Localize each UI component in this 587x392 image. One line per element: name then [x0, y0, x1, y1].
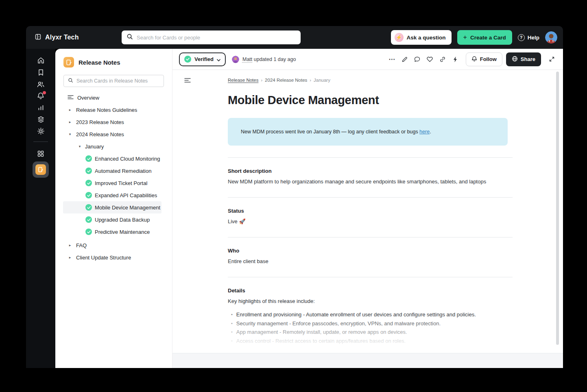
callout-here-link[interactable]: here	[419, 129, 430, 135]
sidebar-card-expanded-api-capabilities[interactable]: Expanded API Capabilities	[55, 189, 172, 201]
navigation-rail	[26, 49, 55, 368]
sidebar-folder-guidelines[interactable]: ▸ Release Notes Guidelines	[55, 104, 172, 116]
verified-check-icon	[85, 229, 92, 235]
more-options-icon[interactable]: ⋯	[387, 54, 397, 64]
bullet-icon: •	[231, 328, 233, 337]
breadcrumb-january[interactable]: January	[314, 78, 330, 83]
details-intro: Key highlights of this release include:	[228, 298, 513, 305]
sidebar-folder-2023-release-notes[interactable]: ▸ 2023 Release Notes	[55, 116, 172, 128]
help-button[interactable]: ? Help	[518, 34, 539, 41]
sidebar-item-label: Enhanced Cloud Monitoring	[95, 156, 160, 162]
sidebar-item-label: 2023 Release Notes	[76, 119, 124, 125]
verified-check-icon	[85, 204, 92, 211]
sidebar-item-label: Client Update Structure	[76, 255, 131, 261]
create-a-card-button[interactable]: + Create a Card	[457, 30, 512, 45]
brand-title: Alyxr Tech	[45, 34, 79, 41]
share-button[interactable]: Share	[506, 52, 541, 66]
sidebar-card-improved-ticket-portal[interactable]: Improved Ticket Portal	[55, 177, 172, 189]
breadcrumb-2024-release-notes[interactable]: 2024 Release Notes	[265, 78, 307, 83]
caret-right-icon: ▸	[68, 108, 72, 112]
global-search[interactable]	[122, 30, 301, 44]
breadcrumb: Release Notes › 2024 Release Notes › Jan…	[228, 70, 513, 83]
author-name-link[interactable]: Matt	[242, 57, 252, 62]
who-text: Entire client base	[228, 258, 513, 265]
bullet-icon: •	[231, 319, 233, 328]
ask-a-question-button[interactable]: ⚡ Ask a question	[391, 30, 452, 45]
expand-icon[interactable]	[547, 54, 556, 64]
section-divider	[228, 157, 513, 158]
scrollbar[interactable]	[556, 72, 559, 345]
settings-gear-icon[interactable]	[35, 125, 47, 137]
follow-button[interactable]: Follow	[466, 52, 502, 66]
sidebar-folder-client-update-structure[interactable]: ▸ Client Update Structure	[55, 251, 172, 264]
sidebar-folder-2024-release-notes[interactable]: ▾ 2024 Release Notes	[55, 128, 172, 140]
sidebar-item-label: Mobile Device Management	[95, 205, 160, 211]
caret-right-icon: ▸	[68, 243, 72, 247]
sidebar-item-label: Upgraded Data Backup	[95, 217, 150, 223]
verified-check-icon	[85, 155, 92, 162]
info-callout: New MDM process went live on January 8th…	[228, 118, 508, 146]
author-block: Matt updated 1 day ago	[232, 56, 296, 63]
layers-icon[interactable]	[35, 113, 47, 125]
user-avatar[interactable]	[545, 31, 557, 44]
chevron-down-icon	[217, 56, 220, 63]
verified-check-icon	[85, 216, 92, 223]
card-panel: Verified Matt upda	[172, 49, 563, 368]
verified-check-icon	[85, 168, 92, 174]
sidebar-item-label: FAQ	[76, 242, 87, 248]
global-search-input[interactable]	[137, 35, 296, 41]
sidebar-item-label: 2024 Release Notes	[76, 131, 124, 137]
sidebar-card-predictive-maintenance[interactable]: Predictive Maintenance	[55, 226, 172, 238]
sidebar-card-automated-remediation[interactable]: Automated Remediation	[55, 165, 172, 177]
details-label: Details	[228, 287, 513, 294]
sidebar-item-overview[interactable]: Overview	[55, 91, 172, 104]
search-icon	[127, 33, 133, 41]
favorite-heart-icon[interactable]	[425, 54, 435, 64]
sidebar-search-input[interactable]	[76, 78, 159, 84]
status-value: Live 🚀	[228, 218, 513, 225]
active-collection-release-notes[interactable]	[33, 161, 49, 178]
breadcrumb-release-notes-link[interactable]: Release Notes	[228, 78, 258, 83]
sidebar-item-label: Release Notes Guidelines	[76, 107, 137, 113]
caret-right-icon: ▸	[68, 120, 72, 124]
release-notes-collection-icon	[63, 57, 74, 68]
table-of-contents-icon[interactable]	[184, 77, 191, 85]
updated-text: updated 1 day ago	[254, 57, 296, 62]
bookmark-icon[interactable]	[35, 66, 47, 78]
collections-grid-icon[interactable]	[35, 148, 47, 159]
notification-dot	[43, 91, 46, 94]
sidebar-card-enhanced-cloud-monitoring[interactable]: Enhanced Cloud Monitoring	[55, 152, 172, 165]
sidebar-card-mobile-device-management[interactable]: Mobile Device Management	[55, 201, 172, 213]
caret-down-icon: ▾	[78, 144, 82, 148]
verified-check-icon	[184, 56, 191, 63]
sidebar-item-label: Predictive Maintenance	[95, 229, 150, 235]
people-icon[interactable]	[35, 78, 47, 90]
copy-link-icon[interactable]	[438, 54, 447, 64]
card-header: Verified Matt upda	[172, 49, 563, 70]
lightning-icon: ⚡	[395, 33, 404, 42]
verified-badge-dropdown[interactable]: Verified	[179, 52, 226, 66]
plus-icon: +	[463, 34, 467, 41]
bullet-icon: •	[231, 337, 233, 346]
sidebar-folder-january[interactable]: ▾ January	[55, 140, 172, 152]
sidebar-search[interactable]	[63, 75, 164, 87]
sidebar-item-label: Automated Remediation	[95, 168, 151, 174]
comment-icon[interactable]	[412, 54, 422, 64]
sidebar: Release Notes Overview	[55, 49, 172, 368]
brand[interactable]: Alyxr Tech	[35, 26, 79, 49]
home-icon[interactable]	[35, 54, 47, 66]
topbar-actions: ⚡ Ask a question + Create a Card ? Help	[391, 26, 557, 49]
notifications-bell-icon[interactable]	[35, 90, 47, 102]
ask-a-question-label: Ask a question	[407, 35, 446, 41]
author-avatar[interactable]	[232, 56, 239, 63]
bullet-icon: •	[231, 345, 233, 353]
analytics-icon[interactable]	[35, 102, 47, 113]
breadcrumb-separator: ›	[310, 78, 311, 83]
sidebar-item-label: Overview	[77, 95, 99, 101]
ai-bolt-icon[interactable]	[450, 54, 460, 64]
brand-logo-icon	[35, 34, 41, 41]
list-item: •Enrollment and provisioning - Automate …	[228, 310, 513, 319]
edit-pencil-icon[interactable]	[400, 54, 410, 64]
sidebar-folder-faq[interactable]: ▸ FAQ	[55, 239, 172, 251]
sidebar-card-upgraded-data-backup[interactable]: Upgraded Data Backup	[55, 213, 172, 226]
